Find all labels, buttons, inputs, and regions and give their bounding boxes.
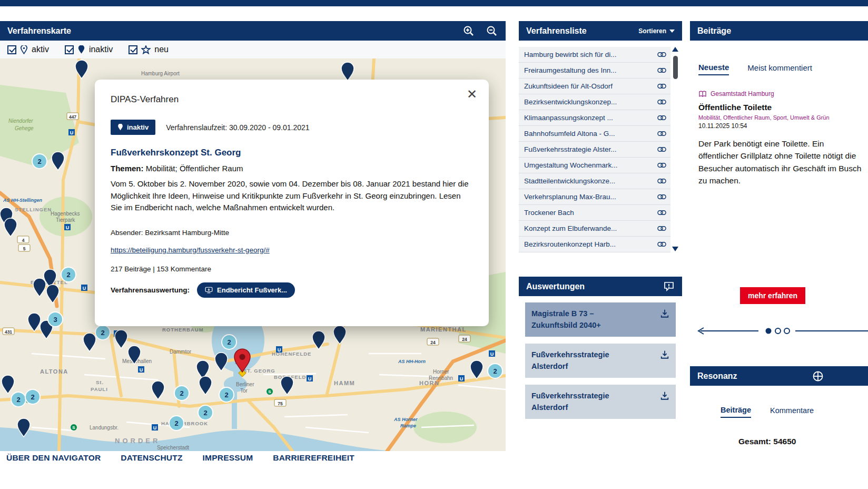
chart-circle-icon[interactable] [812, 370, 824, 382]
auswertung-item[interactable]: Fußverkehrsstrategie Alsterdorf [525, 385, 676, 419]
filter-neu: neu [129, 45, 169, 54]
scroll-up-icon[interactable] [672, 47, 678, 52]
close-icon[interactable]: ✕ [467, 88, 477, 101]
link-icon[interactable] [657, 178, 666, 184]
themen-line: Themen: Mobilität; Öffentlicher Raum [111, 164, 473, 173]
carousel-dot[interactable] [784, 328, 790, 334]
tab-resonanz-kommentare[interactable]: Kommentare [770, 406, 814, 418]
footer-link-ueber-den-navigator[interactable]: ÜBER DEN NAVIGATOR [6, 453, 101, 463]
cluster-count: 2 [493, 367, 497, 375]
map-cluster[interactable]: 2 [25, 389, 40, 404]
list-item[interactable]: Hamburg bewirbt sich für di... [519, 47, 670, 63]
list-item[interactable]: Verkehrsplanung Max-Brau... [519, 189, 670, 205]
list-item[interactable]: Zukunftsideen für Alt-Osdorf [519, 79, 670, 94]
beitraege-header: Beiträge [690, 21, 868, 41]
map-cluster[interactable]: 2 [219, 387, 234, 402]
footer-link-barrierefreiheit[interactable]: BARRIEREFREIHEIT [273, 453, 354, 463]
footer-link-impressum[interactable]: IMPRESSUM [203, 453, 253, 463]
filter-inaktiv-checkbox[interactable] [65, 45, 74, 54]
carousel-nav [696, 326, 868, 338]
list-item-label: Konzept zum Elbuferwande... [524, 224, 654, 232]
zoom-in-button[interactable] [462, 25, 475, 37]
link-icon[interactable] [657, 131, 666, 136]
map-cluster[interactable]: 2 [174, 386, 189, 400]
list-item[interactable]: Trockener Bach [519, 205, 670, 221]
star-icon [141, 45, 151, 54]
map-cluster[interactable]: 2 [61, 267, 76, 282]
link-icon[interactable] [657, 115, 666, 121]
beitraege-panel: Beiträge Neueste Meist kommentiert Gesam… [690, 21, 868, 348]
road-shield-label: 24 [430, 340, 436, 345]
list-item-label: Verkehrsplanung Max-Brau... [524, 193, 654, 201]
auswertung-item-line2: Alsterdorf [531, 360, 609, 372]
map-filter-bar: aktiv inaktiv neu [0, 41, 506, 58]
link-icon[interactable] [657, 83, 666, 89]
scrollbar-thumb[interactable] [673, 56, 678, 79]
book-icon [698, 91, 707, 97]
filter-neu-checkbox[interactable] [129, 45, 137, 54]
list-item[interactable]: Bezirksentwicklungskonzep... [519, 94, 670, 110]
map-cluster[interactable]: 2 [11, 392, 26, 407]
resonanz-title: Resonanz [697, 371, 737, 381]
auswertungen-panel: Auswertungen Magistrale B 73 – Zukunftsb… [519, 277, 682, 425]
list-scrollbar[interactable] [670, 47, 680, 253]
road-shield-label: 5 [23, 246, 26, 251]
filter-neu-label: neu [154, 45, 169, 54]
link-icon[interactable] [657, 99, 666, 105]
verfahrensliste-rows: Hamburg bewirbt sich für di...Freiraumge… [519, 47, 670, 253]
sort-button[interactable]: Sortieren [638, 27, 675, 35]
list-item-label: Trockener Bach [524, 209, 654, 217]
list-item[interactable]: Klimaanpassungskonzept ... [519, 110, 670, 126]
filter-aktiv-checkbox[interactable] [7, 45, 16, 54]
list-item[interactable]: Bahnhofsumfeld Altona - G... [519, 126, 670, 142]
map-cluster[interactable]: 2 [95, 325, 110, 340]
auswertung-item[interactable]: Fußverkehrsstrategie Alsterdorf [525, 344, 676, 378]
link-icon[interactable] [657, 52, 666, 57]
list-item[interactable]: Freiraumgestaltung des Inn... [519, 63, 670, 79]
tab-neueste[interactable]: Neueste [698, 63, 729, 75]
carousel-dot[interactable] [775, 328, 781, 334]
carousel-dot-active[interactable] [766, 328, 772, 334]
verfahren-link[interactable]: https://beteiligung.hamburg/fussverkehr-… [111, 246, 270, 254]
s-bahn-letter: S [72, 425, 75, 430]
list-item[interactable]: Konzept zum Elbuferwande... [519, 221, 670, 237]
list-item[interactable]: Stadtteilentwicklungskonze... [519, 173, 670, 189]
mehr-erfahren-button[interactable]: mehr erfahren [740, 287, 805, 304]
map-canvas[interactable]: Hamburg AirportNiendorferGehegeAS HH-Ste… [0, 58, 506, 451]
carousel-prev-arrow[interactable] [698, 328, 758, 334]
link-icon[interactable] [657, 210, 666, 216]
link-icon[interactable] [657, 226, 666, 231]
u-bahn-letter: U [278, 347, 281, 353]
link-icon[interactable] [657, 162, 666, 168]
link-icon[interactable] [657, 67, 666, 73]
u-bahn-letter: U [140, 367, 143, 373]
link-icon[interactable] [657, 194, 666, 200]
link-icon[interactable] [657, 241, 666, 247]
map-cluster[interactable]: 2 [198, 405, 213, 420]
tab-meist-kommentiert[interactable]: Meist kommentiert [747, 63, 812, 75]
list-item-label: Fußverkehrsstrategie Alster... [524, 145, 654, 153]
download-icon[interactable] [660, 391, 669, 400]
list-item[interactable]: Umgestaltung Wochenmark... [519, 158, 670, 173]
download-icon[interactable] [660, 350, 669, 359]
list-item[interactable]: Bezirksroutenkonzept Harb... [519, 237, 670, 252]
post-title: Öffentliche Toilette [698, 103, 868, 112]
zoom-out-button[interactable] [486, 25, 498, 37]
map-cluster[interactable]: 2 [222, 335, 236, 349]
tab-resonanz-beitraege[interactable]: Beiträge [721, 406, 751, 418]
scroll-down-icon[interactable] [672, 247, 678, 251]
sort-button-label: Sortieren [638, 27, 666, 35]
link-icon[interactable] [657, 146, 666, 152]
post-text: Der Park benötigt eine Toilette. Ein öff… [698, 138, 862, 187]
feedback-bubble-icon[interactable] [663, 281, 675, 292]
list-item[interactable]: Fußverkehrsstrategie Alster... [519, 142, 670, 158]
auswertung-item[interactable]: Magistrale B 73 – Zukunftsbild 2040+ [525, 302, 676, 337]
endbericht-button[interactable]: Endbericht Fußverk... [197, 282, 295, 298]
map-cluster[interactable]: 3 [48, 312, 63, 327]
map-cluster[interactable]: 2 [169, 416, 184, 431]
download-icon[interactable] [660, 309, 669, 318]
map-cluster[interactable]: 2 [32, 154, 47, 169]
footer-link-datenschutz[interactable]: DATENSCHUTZ [121, 453, 182, 463]
u-bahn-letter: U [490, 351, 494, 357]
map-cluster[interactable]: 2 [488, 364, 502, 378]
